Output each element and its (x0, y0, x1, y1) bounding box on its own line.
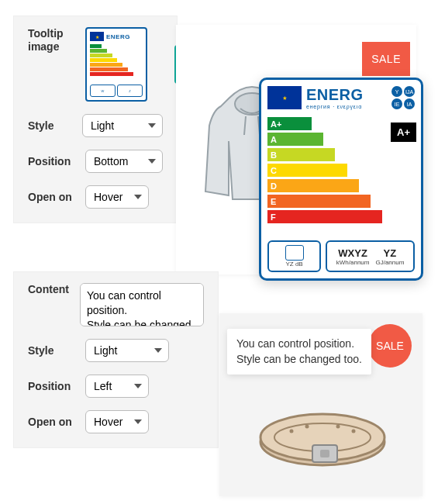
style-select-2[interactable]: Light (85, 339, 169, 362)
energy-subtitle: енергия · ενεργεια (306, 104, 387, 109)
belt-image (249, 397, 396, 475)
style-label-2: Style (28, 344, 85, 357)
position-label-2: Position (28, 380, 85, 393)
content-textarea[interactable]: You can control position. Style can be c… (80, 283, 204, 326)
sound-box: YZ dB (267, 240, 321, 272)
tooltip-image-preview[interactable]: ★ ENERG W Z (85, 27, 147, 102)
energy-label-tooltip: ⋆ ENERG енергия · ενεργεια YIJA IEIA A+ … (259, 78, 423, 281)
sale-badge: SALE (362, 42, 410, 76)
openon-label: Open on (28, 191, 85, 204)
position-label: Position (28, 155, 85, 168)
mini-foot-1: W (90, 85, 116, 97)
openon-label-2: Open on (28, 416, 85, 429)
energy-lang-badges: YIJA IEIA (391, 86, 415, 109)
svg-point-8 (290, 430, 294, 433)
openon-select-2[interactable]: Hover (85, 410, 149, 433)
sound-icon (285, 245, 304, 261)
svg-point-9 (305, 425, 309, 429)
tooltip-settings-panel-1: Tooltip image ★ ENERG W Z Style Light Po… (13, 16, 178, 223)
tooltip-settings-panel-2: Content You can control position. Style … (13, 271, 219, 448)
sale-badge-circle: SALE (368, 324, 412, 368)
content-label: Content (28, 283, 80, 296)
text-tooltip: You can control position. Style can be c… (227, 329, 371, 375)
position-select[interactable]: Bottom (85, 150, 163, 173)
tooltip-line-1: You can control position. (236, 337, 362, 352)
eu-flag-icon: ⋆ (267, 86, 302, 109)
energy-bars: A+ A+ A B C D E F (267, 117, 415, 223)
energy-rating-flag: A+ (391, 123, 416, 142)
product-card-belt: SALE You can control position. Style can… (219, 313, 422, 496)
power-box: WXYZkWh/annum YZGJ/annum (326, 240, 415, 272)
openon-select[interactable]: Hover (85, 185, 149, 209)
svg-rect-7 (320, 450, 329, 457)
mini-foot-2: Z (117, 85, 143, 97)
style-label: Style (28, 119, 82, 133)
eu-flag-icon: ★ (90, 32, 104, 41)
tooltip-image-label: Tooltip image (28, 27, 85, 54)
energy-brand: ENERG (306, 86, 387, 104)
tooltip-line-2: Style can be changed too. (236, 352, 362, 368)
energy-brand-mini: ENERG (106, 33, 130, 40)
position-select-2[interactable]: Left (85, 375, 149, 398)
energy-bars-mini (90, 44, 143, 76)
svg-point-11 (352, 430, 356, 433)
svg-point-10 (336, 425, 340, 429)
style-select[interactable]: Light (82, 114, 163, 137)
